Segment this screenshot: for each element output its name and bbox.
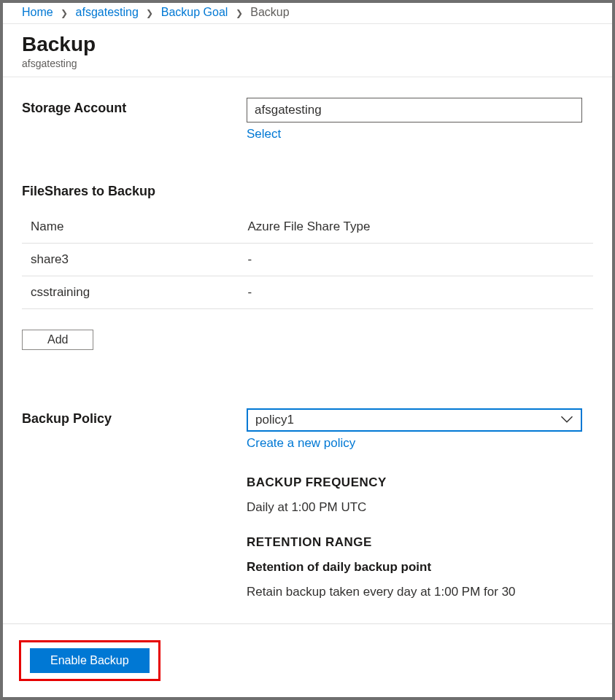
table-row: share3 -: [22, 244, 593, 276]
chevron-right-icon: ❯: [61, 8, 68, 18]
breadcrumb-home[interactable]: Home: [22, 6, 53, 18]
storage-account-row: Storage Account Select: [22, 98, 593, 141]
fileshare-name: csstraining: [22, 276, 239, 309]
storage-account-input[interactable]: [247, 98, 582, 122]
create-policy-link[interactable]: Create a new policy: [247, 436, 355, 451]
storage-account-label: Storage Account: [22, 98, 247, 141]
col-name: Name: [22, 211, 239, 244]
page-subtitle: afsgatesting: [22, 58, 593, 69]
table-row: csstraining -: [22, 276, 593, 309]
content-area: Storage Account Select FileShares to Bac…: [3, 77, 612, 648]
backup-policy-label: Backup Policy: [22, 408, 247, 620]
backup-policy-row: Backup Policy policy1 Create a new polic…: [22, 408, 593, 620]
chevron-down-icon: [560, 413, 573, 427]
enable-backup-highlight: Enable Backup: [19, 640, 160, 681]
page-header: Backup afsgatesting: [3, 24, 612, 77]
fileshare-name: share3: [22, 244, 239, 276]
fileshare-type: -: [239, 276, 593, 309]
breadcrumb-current: Backup: [250, 6, 289, 18]
retention-range-head: RETENTION RANGE: [247, 535, 582, 550]
enable-backup-button[interactable]: Enable Backup: [30, 648, 150, 673]
add-button[interactable]: Add: [22, 330, 93, 350]
retention-sub: Retention of daily backup point: [247, 560, 582, 575]
footer: Enable Backup: [3, 623, 612, 697]
fileshare-type: -: [239, 244, 593, 276]
breadcrumb: Home ❯ afsgatesting ❯ Backup Goal ❯ Back…: [3, 3, 612, 24]
chevron-right-icon: ❯: [236, 8, 243, 18]
fileshares-table: Name Azure File Share Type share3 - csst…: [22, 211, 593, 309]
breadcrumb-afsgatesting[interactable]: afsgatesting: [76, 6, 139, 18]
backup-frequency-body: Daily at 1:00 PM UTC: [247, 500, 582, 515]
page-title: Backup: [22, 33, 593, 56]
backup-policy-selected: policy1: [255, 413, 294, 427]
fileshares-heading: FileShares to Backup: [22, 184, 593, 199]
backup-policy-dropdown[interactable]: policy1: [247, 408, 582, 432]
col-type: Azure File Share Type: [239, 211, 593, 244]
breadcrumb-backup-goal[interactable]: Backup Goal: [161, 6, 228, 18]
retention-body: Retain backup taken every day at 1:00 PM…: [247, 585, 582, 599]
chevron-right-icon: ❯: [146, 8, 153, 18]
backup-frequency-head: BACKUP FREQUENCY: [247, 475, 582, 490]
storage-select-link[interactable]: Select: [247, 127, 281, 141]
